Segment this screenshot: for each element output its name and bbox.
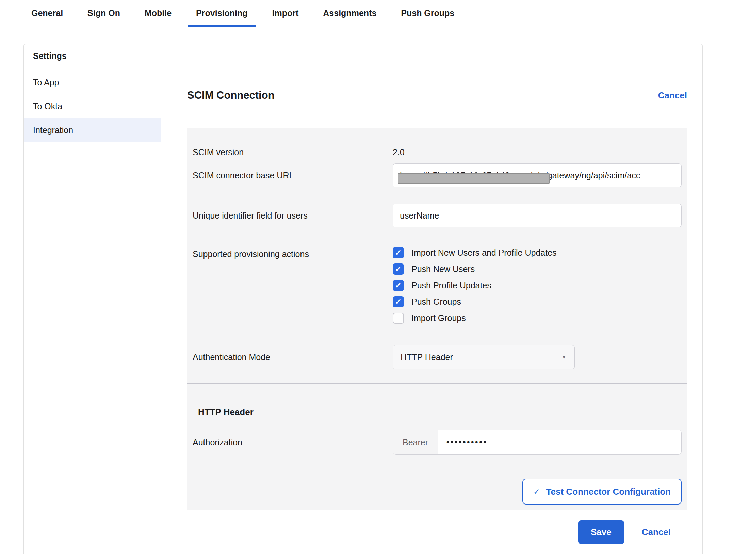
tab-assignments[interactable]: Assignments [323, 8, 376, 27]
tab-push-groups[interactable]: Push Groups [401, 8, 454, 27]
page-title: SCIM Connection [187, 89, 275, 101]
heading-row: SCIM Connection Cancel [187, 89, 687, 101]
http-header-section: HTTP Header Authorization Bearer •••••••… [187, 384, 687, 510]
base-url-label: SCIM connector base URL [193, 171, 393, 180]
authorization-label: Authorization [193, 437, 393, 447]
checkbox-import-new-users[interactable]: ✓ Import New Users and Profile Updates [393, 247, 682, 258]
authorization-input-group: Bearer •••••••••• [393, 430, 682, 455]
checkbox-label: Import Groups [411, 313, 466, 323]
tab-sign-on[interactable]: Sign On [87, 8, 120, 27]
settings-sidebar: Settings To App To Okta Integration [24, 44, 161, 554]
row-unique-identifier: Unique identifier field for users userNa… [193, 204, 682, 227]
tab-import[interactable]: Import [272, 8, 299, 27]
tab-general[interactable]: General [31, 8, 63, 27]
check-icon: ✓ [395, 249, 402, 257]
base-url-visible-text: /gateway/ng/api/scim/acc [545, 171, 640, 180]
bearer-prefix: Bearer [393, 430, 438, 454]
tab-provisioning[interactable]: Provisioning [196, 8, 247, 27]
sidebar-heading: Settings [24, 51, 161, 63]
unique-identifier-input[interactable]: userName [393, 204, 682, 227]
row-base-url: SCIM connector base URL https://b5bd-185… [193, 163, 682, 187]
row-provisioning-actions: Supported provisioning actions ✓ Import … [193, 247, 682, 324]
cancel-link-bottom[interactable]: Cancel [642, 527, 671, 538]
checkbox-import-groups[interactable]: ✓ Import Groups [393, 313, 682, 324]
main-content: SCIM Connection Cancel SCIM version 2.0 … [161, 44, 702, 554]
chevron-down-icon: ▼ [561, 354, 566, 360]
check-icon: ✓ [533, 487, 540, 496]
checkbox-label: Push Profile Updates [411, 281, 491, 290]
authentication-mode-label: Authentication Mode [193, 352, 393, 362]
sidebar-item-to-okta[interactable]: To Okta [24, 94, 161, 118]
checkbox-label: Push Groups [411, 297, 461, 307]
checkbox-icon[interactable]: ✓ [393, 263, 404, 275]
checkbox-label: Import New Users and Profile Updates [411, 248, 557, 258]
http-header-heading: HTTP Header [198, 407, 682, 417]
checkbox-icon[interactable]: ✓ [393, 280, 404, 291]
test-connector-configuration-label: Test Connector Configuration [546, 486, 671, 497]
check-icon: ✓ [395, 282, 402, 289]
checkbox-label: Push New Users [411, 264, 475, 274]
cancel-link-top[interactable]: Cancel [658, 90, 687, 101]
unique-identifier-label: Unique identifier field for users [193, 211, 393, 221]
test-connector-row: ✓ Test Connector Configuration [193, 479, 682, 505]
redaction-bar-overlay [398, 173, 550, 184]
scim-version-value: 2.0 [393, 145, 682, 157]
checkbox-icon[interactable]: ✓ [393, 313, 404, 324]
row-authorization: Authorization Bearer •••••••••• [193, 430, 682, 455]
scim-version-label: SCIM version [193, 145, 393, 157]
authorization-token-input[interactable]: •••••••••• [438, 430, 681, 454]
form-actions: Save Cancel [187, 520, 687, 544]
scim-settings-panel: SCIM version 2.0 SCIM connector base URL… [187, 128, 687, 510]
checkbox-icon[interactable]: ✓ [393, 247, 404, 258]
authentication-mode-value: HTTP Header [401, 352, 453, 362]
checkbox-icon[interactable]: ✓ [393, 296, 404, 307]
authentication-mode-select[interactable]: HTTP Header ▼ [393, 345, 575, 369]
checkbox-push-new-users[interactable]: ✓ Push New Users [393, 263, 682, 275]
provisioning-card: Settings To App To Okta Integration SCIM… [23, 44, 703, 554]
tab-mobile[interactable]: Mobile [145, 8, 172, 27]
sidebar-item-integration[interactable]: Integration [24, 118, 161, 142]
check-icon: ✓ [395, 265, 402, 273]
row-authentication-mode: Authentication Mode HTTP Header ▼ [193, 345, 682, 369]
check-icon: ✓ [395, 298, 402, 306]
row-scim-version: SCIM version 2.0 [193, 145, 682, 157]
scim-settings-section: SCIM version 2.0 SCIM connector base URL… [187, 128, 687, 383]
base-url-redacted-text: https://b5bd-185-19-67-148.ngrok.io [400, 171, 545, 180]
app-tab-bar: General Sign On Mobile Provisioning Impo… [22, 0, 714, 27]
test-connector-configuration-button[interactable]: ✓ Test Connector Configuration [522, 479, 682, 505]
save-button[interactable]: Save [578, 520, 624, 544]
sidebar-item-to-app[interactable]: To App [24, 70, 161, 94]
base-url-input[interactable]: https://b5bd-185-19-67-148.ngrok.io /gat… [393, 163, 682, 187]
provisioning-actions-label: Supported provisioning actions [193, 247, 393, 324]
checkbox-push-profile-updates[interactable]: ✓ Push Profile Updates [393, 280, 682, 291]
checkbox-push-groups[interactable]: ✓ Push Groups [393, 296, 682, 307]
